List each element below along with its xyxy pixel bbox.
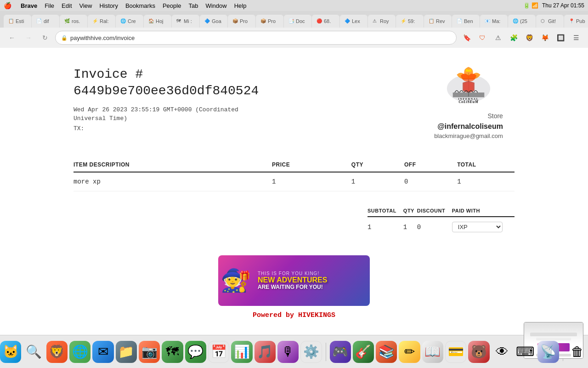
menu-window[interactable]: Window [205, 2, 226, 9]
tab-lex[interactable]: 🔷 Lex [340, 15, 368, 28]
tab-ben[interactable]: 📄 Ben [452, 15, 480, 28]
dock-maps[interactable]: 🗺 [162, 341, 183, 363]
tab-favicon: 🌐 [513, 18, 518, 24]
tab-25[interactable]: 🌐 (25 [508, 15, 536, 28]
dock-messages[interactable]: 💬 [185, 341, 206, 363]
tab-label: Ben [464, 18, 473, 24]
tab-rev[interactable]: 📋 Rev [424, 15, 452, 28]
tab-ral[interactable]: ⚡ Ral: [88, 15, 115, 28]
dock-brave[interactable]: 🦁 [46, 341, 68, 363]
dock-bluetooth[interactable]: 📡 [537, 341, 559, 363]
tab-favicon: 🔷 [204, 18, 210, 24]
dock-books[interactable]: 📚 [376, 341, 397, 363]
paid-with-select[interactable]: IXP HIVE HBD [452, 222, 503, 232]
puzzle-icon[interactable]: 🔲 [554, 31, 567, 44]
tab-pub[interactable]: 📍 Pub [564, 15, 588, 28]
tab-dif[interactable]: 📄 dif [32, 15, 59, 28]
tab-mi[interactable]: 🗺 Mi : [172, 15, 199, 28]
address-bar[interactable]: 🔒 paywithhive.com/invoice [55, 31, 457, 45]
tab-label: Mi : [184, 18, 192, 24]
menu-file[interactable]: File [45, 2, 54, 9]
tab-bar: 📋 Esti 📄 dif 🌿 ros. ⚡ Ral: 🌐 Cre 🏠 Hoj 🗺… [0, 11, 588, 28]
extensions-button[interactable]: 🧩 [507, 31, 520, 44]
dock-spotify[interactable]: 🎸 [353, 341, 374, 363]
invoice-header: Invoice # 6449b9e700ee36d0df840524 Wed A… [74, 66, 423, 132]
invoice-title: Invoice # [74, 66, 423, 83]
menu-bar: 🍎 Brave File Edit View History Bookmarks… [0, 0, 588, 11]
dock-spotlight[interactable]: 🔍 [23, 341, 44, 363]
tab-goa[interactable]: 🔷 Goa [200, 15, 227, 28]
invoice-table-header: ITEM DESCRIPTION PRICE QTY OFF TOTAL [74, 158, 514, 172]
dock-files[interactable]: 📁 [116, 341, 137, 363]
menu-tab[interactable]: Tab [188, 2, 198, 9]
dock-discord[interactable]: 🎮 [330, 341, 351, 363]
dock-photos[interactable]: 📷 [139, 341, 160, 363]
tab-59[interactable]: ⚡ 59: [396, 15, 424, 28]
forward-button[interactable]: → [22, 31, 35, 44]
brave-shield-icon[interactable]: ⚠ [492, 31, 504, 44]
menu-edit[interactable]: Edit [62, 2, 72, 9]
tab-cre[interactable]: 🌐 Cre [116, 15, 143, 28]
shield-icon[interactable]: 🛡 [476, 31, 489, 44]
tab-ros[interactable]: 🌿 ros. [60, 15, 87, 28]
dock-bear[interactable]: 🐻 [468, 341, 489, 363]
dock-accessibility[interactable]: 👁 [492, 341, 513, 363]
dock-mail[interactable]: ✉ [92, 341, 113, 363]
metamask-icon[interactable]: 🦊 [538, 31, 551, 44]
col-price: PRICE [272, 158, 351, 172]
invoice-table-body: more xp 1 1 0 1 [74, 172, 514, 191]
menu-people[interactable]: People [163, 2, 181, 9]
menu-help[interactable]: Help [234, 2, 247, 9]
menu-history[interactable]: History [99, 2, 118, 9]
tab-favicon: 🌐 [120, 18, 126, 24]
powered-by-text: Powered by HIVEKINGS [253, 311, 335, 319]
dock-numbers[interactable]: 📊 [231, 341, 252, 363]
hivekings-brand: HIVEKINGS [298, 311, 335, 319]
dock-keyboard[interactable]: ⌨ [514, 341, 536, 363]
tab-roy[interactable]: ⚠ Roy [368, 15, 396, 28]
dock-settings[interactable]: ⚙️ [300, 341, 322, 363]
summary-row: 1 1 0 IXP HIVE HBD [368, 217, 514, 237]
browser-chrome: 📋 Esti 📄 dif 🌿 ros. ⚡ Ral: 🌐 Cre 🏠 Hoj 🗺… [0, 11, 588, 48]
tab-favicon: 🌿 [64, 18, 70, 24]
dock-calendar[interactable]: 📅 [208, 341, 229, 363]
tab-git[interactable]: ⬡ Git! [536, 15, 564, 28]
table-row: more xp 1 1 0 1 [74, 172, 514, 191]
dock-dict[interactable]: 📖 [422, 341, 443, 363]
dock-podcasts[interactable]: 🎙 [277, 341, 299, 363]
back-button[interactable]: ← [6, 31, 18, 44]
hamburger-menu[interactable]: ☰ [570, 31, 582, 44]
dock-finder[interactable]: 🐱 [0, 341, 21, 363]
brand-logo: INFERNAL CoLiSEuM [441, 66, 496, 103]
refresh-button[interactable]: ↻ [39, 31, 51, 44]
summary-table-body: 1 1 0 IXP HIVE HBD [368, 217, 514, 237]
tab-68[interactable]: 🔴 68. [312, 15, 339, 28]
menu-bookmarks[interactable]: Bookmarks [125, 2, 155, 9]
menu-bar-right: 🔋 📶 Thu 27 Apr 01:55 [523, 2, 584, 9]
dock-music[interactable]: 🎵 [254, 341, 276, 363]
tab-label: Goa [212, 18, 221, 24]
invoice-id: 6449b9e700ee36d0df840524 [74, 83, 423, 99]
dock-chrome[interactable]: 🌐 [69, 341, 90, 363]
brave-rewards-icon[interactable]: 🦁 [523, 31, 536, 44]
tab-hoj[interactable]: 🏠 Hoj [144, 15, 171, 28]
tab-ma[interactable]: 📧 Ma: [480, 15, 508, 28]
tab-pro1[interactable]: 📦 Pro [228, 15, 255, 28]
banner-text-area: THIS IS FOR YOU KING! NEW ADVENTURES ARE… [250, 265, 370, 296]
dock-wallet[interactable]: 💳 [445, 341, 466, 363]
apple-menu[interactable]: 🍎 [4, 2, 11, 9]
tab-favicon: 📋 [429, 18, 434, 24]
item-off: 0 [404, 172, 457, 191]
dock-trash[interactable]: 🗑 [567, 341, 588, 363]
summary-section: SUBTOTAL QTY DISCOUNT PAID WITH 1 1 0 IX… [74, 205, 514, 237]
store-logo-area: INFERNAL CoLiSEuM Store @infernalcoliseu… [423, 66, 514, 139]
tab-doc[interactable]: 📑 Doc [284, 15, 311, 28]
summary-col-subtotal: SUBTOTAL [368, 205, 403, 217]
menu-view[interactable]: View [79, 2, 92, 9]
tab-pro2[interactable]: 📦 Pro [256, 15, 283, 28]
summary-table-header: SUBTOTAL QTY DISCOUNT PAID WITH [368, 205, 514, 217]
tab-favicon: ⚠ [373, 18, 378, 24]
bookmark-button[interactable]: 🔖 [460, 31, 473, 44]
tab-esti[interactable]: 📋 Esti [4, 15, 31, 28]
dock-notes[interactable]: ✏ [399, 341, 420, 363]
